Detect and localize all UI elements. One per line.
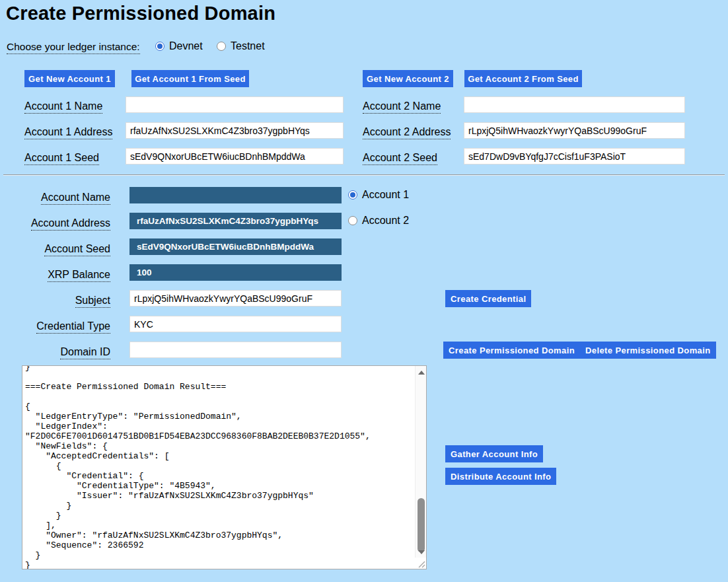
create-permissioned-domain-button[interactable]: Create Permissioned Domain (443, 342, 580, 359)
devnet-radio-group[interactable]: Devnet (155, 40, 203, 52)
subject-input[interactable] (129, 290, 342, 307)
account1-address-label: Account 1 Address (24, 126, 112, 138)
resize-grip-icon[interactable] (416, 558, 425, 568)
account2-address-input[interactable] (464, 122, 685, 139)
account1-seed-label: Account 1 Seed (24, 152, 99, 164)
ledger-instance-label: Choose your ledger instance: (7, 41, 140, 53)
devnet-radio-icon[interactable] (155, 42, 164, 51)
subject-label: Subject (5, 295, 110, 307)
account2-seed-label: Account 2 Seed (363, 152, 437, 164)
credential-type-label: Credential Type (5, 320, 110, 332)
xrp-balance-label: XRP Balance (5, 269, 110, 281)
account-name-field[interactable] (129, 187, 342, 203)
domain-id-label: Domain ID (5, 346, 110, 358)
credential-type-input[interactable] (129, 316, 342, 332)
page-title: Create Permissioned Domain (6, 3, 275, 24)
create-permissioned-domain-page: Create Permissioned Domain Choose your l… (0, 0, 728, 582)
scroll-up-icon[interactable] (416, 367, 427, 378)
account2-address-label: Account 2 Address (363, 126, 451, 138)
devnet-radio-label[interactable]: Devnet (169, 40, 203, 52)
account1-radio-icon[interactable] (348, 190, 357, 200)
account2-radio-label[interactable]: Account 2 (362, 215, 409, 227)
account-address-label: Account Address (5, 217, 110, 229)
account2-name-input[interactable] (464, 96, 685, 113)
account-seed-field[interactable] (129, 238, 342, 255)
account1-name-label: Account 1 Name (24, 100, 102, 112)
account2-name-label: Account 2 Name (363, 100, 441, 112)
get-account2-from-seed-button[interactable]: Get Account 2 From Seed (464, 70, 582, 87)
scrollbar-thumb[interactable] (418, 498, 425, 552)
account-address-field[interactable] (129, 213, 342, 229)
account2-radio-icon[interactable] (348, 216, 357, 225)
scroll-down-icon[interactable] (416, 547, 427, 558)
account1-radio-label[interactable]: Account 1 (362, 189, 409, 201)
get-new-account2-button[interactable]: Get New Account 2 (363, 70, 453, 87)
distribute-account-info-button[interactable]: Distribute Account Info (445, 468, 556, 485)
result-scrollbar[interactable] (415, 366, 426, 558)
testnet-radio-label[interactable]: Testnet (231, 40, 265, 52)
delete-permissioned-domain-button[interactable]: Delete Permissioned Domain (580, 342, 716, 359)
account2-seed-input[interactable] (464, 148, 685, 164)
get-account1-from-seed-button[interactable]: Get Account 1 From Seed (131, 70, 249, 87)
account1-seed-input[interactable] (126, 148, 344, 164)
account2-radio-group[interactable]: Account 2 (348, 215, 409, 227)
gather-account-info-button[interactable]: Gather Account Info (445, 445, 543, 462)
result-textarea[interactable]: } ===Create Permissioned Domain Result==… (22, 365, 427, 569)
get-new-account1-button[interactable]: Get New Account 1 (24, 70, 115, 87)
testnet-radio-icon[interactable] (217, 42, 226, 51)
create-credential-button[interactable]: Create Credential (445, 290, 531, 307)
account1-name-input[interactable] (126, 96, 344, 113)
account1-radio-group[interactable]: Account 1 (348, 189, 409, 201)
account-name-label: Account Name (5, 192, 110, 203)
testnet-radio-group[interactable]: Testnet (217, 40, 265, 52)
section-divider (3, 174, 725, 176)
account-seed-label: Account Seed (5, 243, 110, 255)
result-text: } ===Create Permissioned Domain Result==… (25, 365, 413, 569)
xrp-balance-field[interactable] (129, 264, 342, 281)
account1-address-input[interactable] (126, 122, 344, 139)
domain-id-input[interactable] (129, 342, 342, 358)
